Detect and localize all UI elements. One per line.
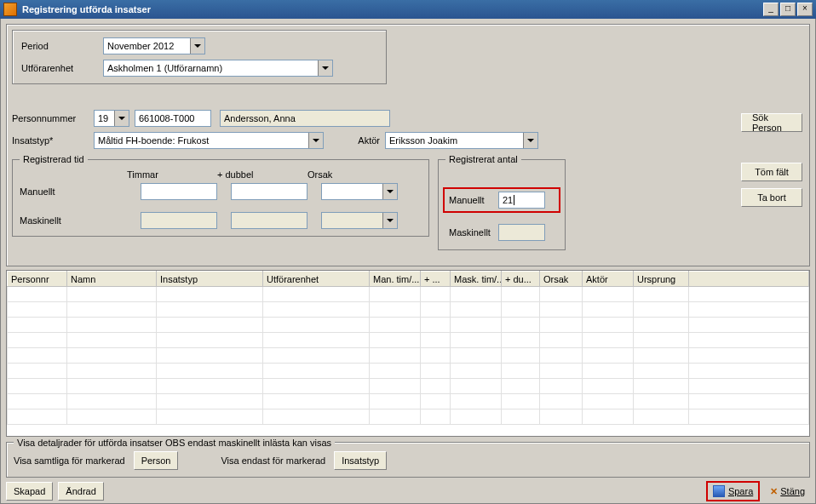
andrad-button[interactable]: Ändrad	[58, 482, 103, 501]
window-title: Registrering utförda insatser	[22, 4, 763, 14]
top-panel: Period November 2012 Utförarenhet Askhol…	[6, 24, 810, 266]
sok-person-button[interactable]: Sök Person	[741, 113, 802, 132]
grid-header[interactable]: Ursprung	[634, 272, 689, 287]
grid-header[interactable]: + ...	[421, 272, 451, 287]
utforarenhet-label: Utförarenhet	[21, 63, 98, 73]
close-icon: ✕	[770, 486, 778, 497]
orsak-label: Orsak	[307, 169, 384, 180]
table-row[interactable]	[8, 333, 809, 348]
table-row[interactable]	[8, 302, 809, 318]
ta-bort-button[interactable]: Ta bort	[741, 188, 802, 207]
grid-header[interactable]: Personnr	[8, 272, 67, 287]
maskinellt-dubbel-display	[231, 212, 307, 229]
registrerad-tid-fieldset: Registrerad tid Timmar + dubbel Orsak Ma…	[12, 154, 429, 237]
insatstyp-value: Måltid FH-boende: Frukost	[98, 135, 209, 146]
insatstyp-label: Insatstyp*	[12, 135, 89, 146]
person-name-value: Andersson, Anna	[224, 113, 296, 123]
table-row[interactable]	[8, 287, 809, 302]
skapad-button[interactable]: Skapad	[6, 482, 53, 501]
grid-header[interactable]: Utförarenhet	[263, 272, 370, 287]
manuellt-antal-value: 21	[503, 195, 513, 205]
person-name-display: Andersson, Anna	[220, 110, 390, 127]
maximize-button[interactable]: □	[780, 3, 796, 16]
footer: Skapad Ändrad Spara ✕ Stäng	[6, 481, 810, 501]
chevron-down-icon	[382, 213, 397, 228]
person-button[interactable]: Person	[134, 451, 179, 470]
titlebar: Registrering utförda insatser _ □ ×	[0, 0, 816, 19]
close-window-button[interactable]: ×	[797, 3, 813, 16]
chevron-down-icon	[308, 133, 323, 148]
maskinellt-label: Maskinellt	[20, 215, 66, 226]
period-panel: Period November 2012 Utförarenhet Askhol…	[12, 30, 387, 84]
app-icon	[3, 3, 17, 16]
timmar-label: Timmar	[127, 169, 204, 180]
insatstyp-button[interactable]: Insatstyp	[334, 451, 387, 470]
spara-button[interactable]: Spara	[706, 481, 760, 501]
grid-header[interactable]: Namn	[67, 272, 157, 287]
manuellt-orsak-select[interactable]	[321, 183, 398, 200]
table-row[interactable]	[8, 394, 809, 410]
period-value: November 2012	[107, 41, 174, 51]
table-row[interactable]	[8, 318, 809, 333]
manuellt-timmar-input[interactable]	[141, 183, 217, 200]
visa-samtliga-label: Visa samtliga för markerad	[14, 455, 125, 466]
pnr-input[interactable]: 661008-T000	[135, 110, 211, 127]
maskinellt-antal-display	[498, 224, 545, 241]
stang-label: Stäng	[780, 486, 805, 496]
stang-button[interactable]: ✕ Stäng	[765, 484, 810, 500]
manuellt-antal-label: Manuellt	[449, 195, 491, 205]
plus-dubbel-label: + dubbel	[217, 169, 294, 180]
aktor-label: Aktör	[346, 135, 380, 146]
grid-header[interactable]: + du...	[502, 272, 540, 287]
century-value: 19	[98, 113, 108, 123]
grid-header[interactable]: Man. tim/...	[370, 272, 421, 287]
window-body: Period November 2012 Utförarenhet Askhol…	[0, 19, 816, 504]
reg-tid-legend: Registrerad tid	[20, 154, 88, 164]
table-row[interactable]	[8, 348, 809, 364]
chevron-down-icon	[190, 38, 204, 54]
visa-endast-label: Visa endast för markerad	[221, 455, 325, 466]
insatstyp-select[interactable]: Måltid FH-boende: Frukost	[94, 132, 324, 149]
manuellt-antal-row: Manuellt 21	[445, 190, 558, 210]
results-grid[interactable]: PersonnrNamnInsatstypUtförarenhetMan. ti…	[6, 270, 810, 437]
period-label: Period	[21, 41, 98, 51]
utforarenhet-value: Askholmen 1 (Utförarnamn)	[107, 63, 222, 73]
chevron-down-icon	[318, 60, 332, 76]
century-select[interactable]: 19	[94, 110, 129, 127]
maskinellt-timmar-display	[141, 212, 217, 229]
chevron-down-icon	[114, 111, 129, 126]
tom-falt-button[interactable]: Töm fält	[741, 163, 802, 181]
aktor-value: Eriksson Joakim	[389, 135, 457, 146]
grid-header-spacer	[689, 272, 809, 287]
grid-header[interactable]: Insatstyp	[157, 272, 263, 287]
spara-label: Spara	[728, 486, 753, 496]
detail-panel: Visa detaljrader för utförda insatser OB…	[6, 442, 810, 478]
chevron-down-icon	[523, 133, 537, 148]
text-cursor	[514, 195, 514, 205]
grid-header[interactable]: Orsak	[540, 272, 583, 287]
pnr-value: 661008-T000	[139, 113, 194, 123]
registrerat-antal-fieldset: Registrerat antal Manuellt 21 Maskinellt	[438, 154, 566, 250]
period-select[interactable]: November 2012	[103, 37, 205, 54]
aktor-select[interactable]: Eriksson Joakim	[385, 132, 538, 149]
manuellt-label: Manuellt	[20, 186, 66, 197]
maskinellt-orsak-select	[321, 212, 398, 229]
side-buttons: Sök Person Töm fält Ta bort	[741, 113, 802, 207]
table-row[interactable]	[8, 410, 809, 425]
grid-header[interactable]: Mask. tim/...	[451, 272, 502, 287]
manuellt-antal-input[interactable]: 21	[498, 192, 545, 209]
chevron-down-icon	[382, 184, 397, 199]
detail-legend: Visa detaljrader för utförda insatser OB…	[14, 438, 335, 448]
reg-antal-legend: Registrerat antal	[445, 154, 521, 164]
grid-header[interactable]: Aktör	[583, 272, 634, 287]
minimize-button[interactable]: _	[763, 3, 779, 16]
maskinellt-antal-label: Maskinellt	[449, 227, 491, 238]
manuellt-dubbel-input[interactable]	[231, 183, 307, 200]
utforarenhet-select[interactable]: Askholmen 1 (Utförarnamn)	[103, 60, 333, 77]
table-row[interactable]	[8, 379, 809, 394]
save-icon	[713, 485, 725, 497]
personnummer-label: Personnummer	[12, 113, 89, 123]
table-row[interactable]	[8, 364, 809, 379]
